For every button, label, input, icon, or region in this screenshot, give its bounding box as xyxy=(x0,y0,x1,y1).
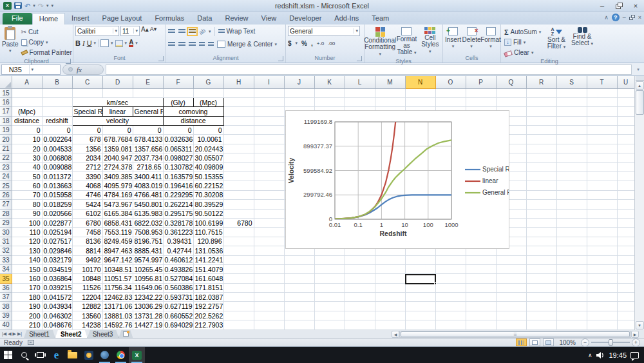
cell[interactable] xyxy=(617,264,634,273)
cell-c26[interactable]: 4746 xyxy=(72,190,102,199)
cell[interactable] xyxy=(587,264,617,273)
cell-d29[interactable]: 6858.431 xyxy=(102,218,133,227)
cell[interactable] xyxy=(223,237,254,246)
cell[interactable] xyxy=(405,97,435,106)
cell-b32[interactable]: 0.029846 xyxy=(42,246,72,255)
alignment-dialog-launcher[interactable] xyxy=(278,56,283,61)
conditional-formatting-button[interactable]: ConditionalFormatting ▾ xyxy=(366,26,393,57)
active-cell-n35[interactable] xyxy=(405,274,436,284)
cell-a35[interactable]: 160 xyxy=(12,274,42,283)
cell[interactable] xyxy=(617,218,634,227)
cell[interactable] xyxy=(405,255,435,264)
cell[interactable] xyxy=(496,264,526,273)
cell[interactable] xyxy=(284,88,314,97)
cell-c24[interactable]: 3390 xyxy=(72,172,102,181)
insert-function-button[interactable]: fx xyxy=(62,64,104,75)
cell-b24[interactable]: 0.011372 xyxy=(42,172,72,181)
clear-button[interactable]: Clear▾ xyxy=(503,48,543,57)
cell[interactable] xyxy=(375,88,405,97)
cell[interactable] xyxy=(556,162,587,172)
cell-g30[interactable]: 110.7515 xyxy=(193,228,223,237)
row-header-27[interactable]: 27 xyxy=(0,200,12,209)
cell-e25[interactable]: 4083.019 xyxy=(133,181,163,190)
column-header-k[interactable]: K xyxy=(314,76,345,88)
cell[interactable] xyxy=(466,311,496,320)
cell-d26[interactable]: 4784.169 xyxy=(102,190,133,199)
cell-a39[interactable]: 200 xyxy=(12,311,42,320)
cell[interactable] xyxy=(254,274,284,283)
cell[interactable] xyxy=(345,264,375,273)
cell[interactable] xyxy=(223,293,254,302)
cell[interactable] xyxy=(314,283,345,292)
cell[interactable] xyxy=(526,162,556,172)
cell[interactable] xyxy=(254,228,284,237)
grow-font-button[interactable]: A▴ xyxy=(141,26,149,36)
zoom-out-icon[interactable]: − xyxy=(581,338,589,347)
cell[interactable] xyxy=(496,283,526,292)
cell[interactable] xyxy=(405,283,435,292)
cell[interactable] xyxy=(284,264,314,273)
cell-b33[interactable]: 0.032179 xyxy=(42,255,72,264)
row-header-39[interactable]: 39 xyxy=(0,311,12,320)
cell[interactable] xyxy=(587,144,617,153)
cell[interactable] xyxy=(556,88,587,97)
cell[interactable] xyxy=(345,255,375,264)
cell[interactable] xyxy=(556,209,587,218)
column-header-h[interactable]: H xyxy=(223,76,254,88)
cut-button[interactable]: ✂Cut xyxy=(20,27,73,37)
cell[interactable] xyxy=(254,162,284,172)
cell-f29[interactable]: 0.328178 xyxy=(163,218,193,227)
cell-g39[interactable]: 202.5262 xyxy=(193,311,223,320)
cell-b39[interactable]: 0.046302 xyxy=(42,311,72,320)
cell-b40[interactable]: 0.048676 xyxy=(42,320,72,329)
cell[interactable] xyxy=(587,283,617,292)
cell[interactable] xyxy=(526,311,556,320)
cell[interactable] xyxy=(375,274,405,283)
cell-b36[interactable]: 0.039215 xyxy=(42,283,72,292)
cell-c36[interactable]: 11526 xyxy=(72,283,102,292)
cell-f39[interactable]: 0.660552 xyxy=(163,311,193,320)
cell[interactable] xyxy=(72,88,102,97)
cell[interactable] xyxy=(12,97,42,106)
close-button[interactable]: × xyxy=(627,1,644,11)
cell-d38[interactable]: 13171.06 xyxy=(102,302,133,311)
cell-f37[interactable]: 0.593731 xyxy=(163,293,193,302)
scroll-up-icon[interactable]: ▴ xyxy=(636,81,644,90)
action-center-icon[interactable] xyxy=(630,352,639,358)
row-header-33[interactable]: 33 xyxy=(0,255,12,264)
cell[interactable] xyxy=(556,311,587,320)
cell-d28[interactable]: 6165.384 xyxy=(102,209,133,218)
cell[interactable] xyxy=(587,97,617,106)
orientation-button[interactable]: ab xyxy=(198,27,207,36)
cell[interactable] xyxy=(435,274,466,283)
row-header-34[interactable]: 34 xyxy=(0,264,12,273)
column-header-n[interactable]: N xyxy=(405,76,435,88)
cell[interactable] xyxy=(405,293,435,302)
cell[interactable] xyxy=(345,283,375,292)
cell-c30[interactable]: 7458 xyxy=(72,228,102,237)
cell[interactable] xyxy=(587,302,617,311)
column-header-d[interactable]: D xyxy=(102,76,133,88)
cell[interactable] xyxy=(587,153,617,162)
cell-g24[interactable]: 50.15355 xyxy=(193,172,223,181)
cell[interactable] xyxy=(526,200,556,209)
cell[interactable] xyxy=(526,246,556,255)
underline-button[interactable]: U xyxy=(87,39,92,47)
cell[interactable] xyxy=(556,264,587,273)
row-header-36[interactable]: 36 xyxy=(0,283,12,292)
cell[interactable] xyxy=(254,264,284,273)
cell[interactable] xyxy=(223,116,254,125)
cell[interactable] xyxy=(466,283,496,292)
minimize-button[interactable]: – xyxy=(594,1,611,11)
cell[interactable] xyxy=(405,88,435,97)
row-header-21[interactable]: 21 xyxy=(0,144,12,153)
cell-g20[interactable]: 10.0061 xyxy=(193,135,223,144)
column-header-t[interactable]: T xyxy=(587,76,617,88)
cell-f26[interactable]: 0.229295 xyxy=(163,190,193,199)
formula-input[interactable] xyxy=(106,64,632,75)
cell[interactable] xyxy=(314,311,345,320)
vertical-scroll-thumb[interactable] xyxy=(636,90,644,115)
cell[interactable] xyxy=(254,218,284,227)
column-header-a[interactable]: A xyxy=(12,76,42,88)
name-box[interactable]: N35▾ xyxy=(1,64,61,75)
